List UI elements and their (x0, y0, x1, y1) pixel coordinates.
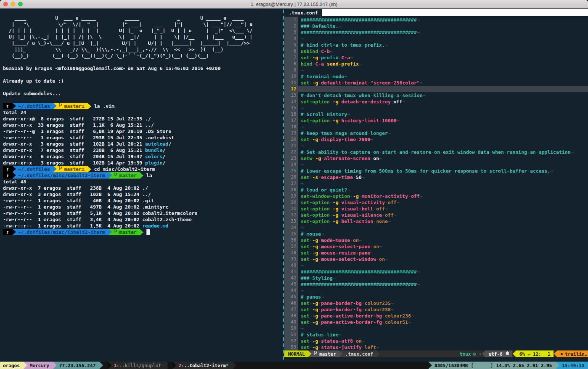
space-marker: · (402, 168, 405, 174)
vim-buffer[interactable]: 1#######################################… (284, 17, 588, 350)
eol-marker: ¬ (396, 200, 399, 205)
code-token: #·Scroll·History (301, 112, 347, 117)
file-link[interactable]: readme.md (142, 223, 168, 229)
eol-marker: ¬ (333, 275, 336, 281)
code-token: ######################################## (301, 269, 417, 275)
vim-line: 36set·-g·mode-mouse·on¬ (284, 237, 588, 243)
line-number: 40 (284, 262, 298, 269)
cursor-line: 12: (533, 351, 541, 357)
shell-pane[interactable]: ____ U ___ u _____ _____ _ U _____ u ___… (0, 9, 282, 362)
line-content: set·-g·pane-border-fg·colour238¬ (298, 306, 588, 313)
line-content: #·bind·ctrl+a·to·tmux·prefix.¬ (298, 42, 588, 48)
tmux-plugin-indicator: tmux⚙ (460, 350, 476, 357)
code-token: -s (312, 174, 318, 180)
code-token: pane-border-fg (321, 307, 362, 312)
listing-row: -rw-r--r-- 1 eragos staff 293B 15 Jul 22… (3, 134, 282, 141)
eol-marker: ¬ (417, 269, 420, 275)
vim-line: 43######################################… (284, 281, 588, 287)
line-number: 6 (284, 48, 298, 54)
tmux-pane-border[interactable] (282, 9, 284, 362)
space-marker: · (333, 130, 336, 136)
eol-marker: ¬ (370, 250, 373, 256)
code-token: off (376, 206, 385, 212)
shell-prompt: ↑ ~/.dotfiles master± cd misc/Cobalt2-it… (3, 166, 282, 172)
space-marker: · (304, 93, 307, 98)
tmux-session: ____ U ___ u _____ _____ _ U _____ u ___… (0, 9, 588, 362)
vim-cursor-line: 12¬ (284, 86, 588, 92)
space-marker: · (330, 118, 333, 123)
code-token: #·Set·ability·to·capture·on·start·and·re… (301, 149, 571, 155)
code-token: set (301, 319, 309, 325)
code-token: set (301, 174, 309, 180)
tmux-system-stats-segment: 8385/16384MB[ ]14.3% 2.65 2.91 2.95 (428, 362, 556, 369)
vim-line: 35#·mouse¬ (284, 231, 588, 237)
file-name: autoload (145, 141, 169, 147)
file-meta: -rw-r--r-- 1 eragos staff 5,1K 4 Aug 20:… (3, 210, 142, 216)
space-marker: · (304, 149, 307, 155)
eol-marker: ¬ (301, 162, 304, 167)
line-number: 39 (284, 256, 298, 262)
vim-line: 9¬ (284, 67, 588, 73)
code-token: on (356, 338, 362, 344)
eol-marker: ¬ (301, 263, 304, 268)
line-content: set·-g·prefix·C-a¬ (298, 54, 588, 61)
line-content: #·loud·or·quiet?¬ (298, 187, 588, 193)
vim-line: 52set·-g·status-utf8·on¬ (284, 338, 588, 344)
line-number: 35 (284, 231, 298, 237)
blank-line (3, 59, 282, 65)
code-token: set (301, 237, 309, 243)
line-content: ¬ (298, 36, 588, 42)
code-token: 50 (356, 174, 362, 180)
space-marker: · (373, 219, 376, 224)
vim-pane[interactable]: .tmux.conf 1############################… (284, 9, 588, 362)
line-number: 45 (284, 294, 298, 300)
dir-slash: / (168, 141, 171, 147)
code-token: #·bind·ctrl+a·to·tmux·prefix. (301, 42, 385, 48)
prompt-arrow (88, 166, 91, 172)
shell-prompt-current[interactable]: ↑ ~/.dotfiles/misc/Cobalt2-iterm master (3, 229, 282, 235)
code-token: setw (301, 156, 312, 161)
tmux-host: Mercury (30, 363, 49, 368)
code-token: colour236 (385, 313, 411, 319)
line-content: #·Set·ability·to·capture·on·start·and·re… (298, 149, 588, 155)
listing-total: total 48 (3, 179, 282, 185)
code-token: -g (333, 200, 338, 205)
line-content: set-window-option·-g·monitor-activity·of… (298, 193, 588, 199)
eol-marker: ¬ (321, 231, 324, 237)
space-marker: · (318, 300, 321, 306)
space-marker: · (324, 112, 327, 117)
eol-marker: ¬ (361, 338, 364, 344)
code-token: visual-activity (341, 200, 385, 205)
space-marker: · (350, 237, 353, 243)
vim-filename: .tmux.conf (345, 351, 373, 357)
line-content: ########################################… (298, 269, 588, 275)
space-marker: · (431, 149, 434, 155)
blank-line (3, 9, 282, 15)
listing-row: drwxr-xr-x 7 eragos staff 238B 6 Aug 15:… (3, 147, 282, 153)
space-marker: · (330, 74, 333, 79)
prompt-path: ~/.dotfiles (18, 103, 50, 109)
vim-line: 4¬ (284, 36, 588, 42)
statusline-spacer (380, 350, 460, 357)
vim-line: 40¬ (284, 262, 588, 269)
tmux-window-1[interactable]: 1:..kills/gnuplot- (108, 362, 168, 369)
space-marker: · (394, 168, 397, 174)
file-meta: -rw-r--r-- 1 eragos staff 1,5K 4 Aug 20:… (3, 223, 142, 229)
eol-marker: ¬ (376, 345, 379, 350)
file-meta: -rw-r--r--@ 1 eragos staff 6,0K 19 Apr 2… (3, 129, 145, 134)
blank-line (3, 72, 282, 78)
tmux-window-2-active[interactable]: 2:..Cobalt2-iterm* (172, 362, 232, 369)
listing-row: -rw-r--r-- 1 eragos staff 497B 4 Aug 20:… (3, 204, 282, 210)
code-token: -g (312, 256, 318, 262)
eol-marker: ¬ (379, 156, 382, 161)
vim-tab[interactable]: .tmux.conf (284, 9, 322, 17)
shell-prompt: ↑ ~/.dotfiles master± la .vim (3, 103, 282, 109)
file-meta: -rw-r--r-- 1 eragos staff 497B 4 Aug 20:… (3, 204, 142, 210)
tmux-arrow (99, 362, 103, 369)
git-branch-icon (114, 229, 118, 235)
vim-line: 11set·-g·default-terminal·"screen-256col… (284, 80, 588, 86)
line-number: 9 (284, 67, 298, 73)
line-number: 27 (284, 180, 298, 187)
code-token: colour235 (364, 300, 390, 306)
space-marker: · (347, 130, 350, 136)
